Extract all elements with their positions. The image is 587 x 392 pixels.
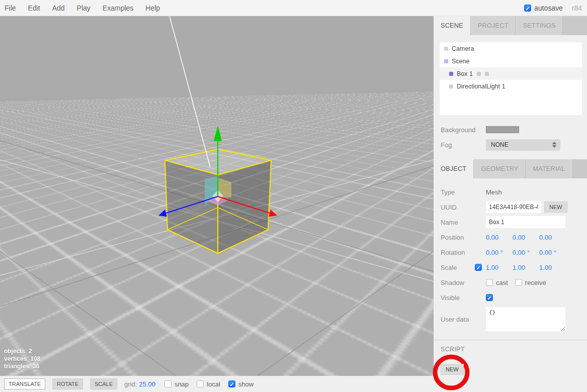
tab-object[interactable]: OBJECT (434, 159, 474, 178)
stat-vertices: vertices 108 (4, 355, 40, 363)
show-label: show (238, 380, 254, 388)
scale-z-field[interactable]: 1.00 (539, 264, 559, 271)
userdata-textarea[interactable]: {} (486, 307, 565, 331)
local-checkbox[interactable] (197, 380, 204, 387)
local-label: local (207, 380, 220, 388)
position-y-field[interactable]: 0.00 (513, 234, 533, 241)
tab-material[interactable]: MATERIAL (526, 159, 572, 178)
type-row: Type Mesh (434, 184, 587, 200)
tab-settings[interactable]: SETTINGS (516, 16, 563, 35)
menu-edit[interactable]: Edit (28, 4, 40, 12)
gizmo-arrow-x[interactable] (269, 210, 277, 217)
menu-help[interactable]: Help (145, 4, 160, 12)
shadow-receive-checkbox[interactable] (515, 279, 522, 286)
fog-row: Fog NONE (434, 137, 587, 152)
outliner-item-camera[interactable]: Camera (440, 42, 582, 55)
grid-size-label: grid: (124, 380, 137, 388)
position-row: Position 0.00 0.00 0.00 (434, 230, 587, 245)
stat-vertices-value: 108 (30, 355, 40, 363)
fog-select-value: NONE (491, 141, 509, 148)
userdata-label: User data (441, 316, 486, 323)
outliner-item-label: Scene (452, 58, 469, 65)
fog-select[interactable]: NONE (486, 139, 560, 151)
shadow-row: Shadow cast receive (434, 275, 587, 290)
position-label: Position (441, 234, 486, 241)
object-tabs: OBJECT GEOMETRY MATERIAL (434, 159, 587, 178)
tab-project[interactable]: PROJECT (471, 16, 516, 35)
stat-triangles-label: triangles (4, 363, 29, 370)
outliner-item-label: DirectionalLight 1 (457, 83, 506, 90)
gizmo-arrow-z[interactable] (158, 210, 167, 217)
stat-objects-value: 2 (29, 348, 32, 355)
tab-geometry[interactable]: GEOMETRY (474, 159, 526, 178)
outliner-item-box1[interactable]: Box 1 (440, 67, 582, 80)
uuid-input[interactable] (486, 201, 541, 213)
show-toggle: show (228, 380, 254, 388)
shadow-receive-label: receive (525, 279, 546, 286)
scale-lock-checkbox[interactable] (475, 264, 482, 271)
rotation-x-field[interactable]: 0.00 ° (486, 249, 506, 256)
shadow-cast-label: cast (496, 279, 508, 286)
scale-label: Scale (441, 264, 475, 271)
rotation-z-field[interactable]: 0.00 ° (539, 249, 559, 256)
menu-add[interactable]: Add (52, 4, 65, 12)
fog-label: Fog (441, 141, 486, 149)
viewport-3d[interactable]: objects 2 vertices 108 triangles 36 (0, 16, 434, 376)
rotation-label: Rotation (441, 249, 486, 256)
background-row: Background (434, 122, 587, 137)
sidebar: SCENE PROJECT SETTINGS Camera Scene Box … (434, 16, 587, 392)
outliner-item-scene[interactable]: Scene (440, 55, 582, 67)
directional-light-helper (170, 16, 210, 167)
gizmo-arrow-y[interactable] (214, 126, 222, 141)
scale-button[interactable]: SCALE (90, 378, 117, 389)
tabbar-filler (563, 16, 587, 35)
visible-row: Visible (434, 290, 587, 305)
scale-x-field[interactable]: 1.00 (486, 264, 506, 271)
position-x-field[interactable]: 0.00 (486, 234, 506, 241)
uuid-label: UUID (441, 204, 486, 211)
outliner-item-label: Camera (452, 45, 474, 52)
translate-button[interactable]: TRANSLATE (4, 378, 45, 389)
position-z-field[interactable]: 0.00 (539, 234, 559, 241)
camera-icon (444, 47, 448, 51)
grid-size-value[interactable]: 25.00 (139, 380, 155, 388)
outliner-item-directionallight1[interactable]: DirectionalLight 1 (440, 80, 582, 92)
rotation-row: Rotation 0.00 ° 0.00 ° 0.00 ° (434, 245, 587, 260)
uuid-new-button[interactable]: NEW (544, 202, 567, 213)
object-properties: Type Mesh UUID NEW Name Position 0.00 0.… (434, 178, 587, 333)
menu-file[interactable]: File (5, 4, 16, 12)
rotate-button[interactable]: ROTATE (52, 378, 83, 389)
sidebar-tabs: SCENE PROJECT SETTINGS (434, 16, 587, 35)
visible-label: Visible (441, 294, 486, 302)
background-label: Background (441, 126, 486, 134)
mesh-icon (449, 72, 453, 76)
shadow-cast-checkbox[interactable] (486, 279, 493, 286)
autosave-label: autosave (534, 4, 563, 12)
type-label: Type (441, 188, 486, 196)
show-checkbox[interactable] (228, 380, 235, 387)
menu-play[interactable]: Play (77, 4, 91, 12)
shadow-label: Shadow (441, 279, 486, 286)
tab-scene[interactable]: SCENE (434, 16, 471, 35)
stat-objects: objects 2 (4, 348, 40, 355)
scene-outliner: Camera Scene Box 1 DirectionalLight 1 (440, 42, 582, 115)
name-input[interactable] (486, 216, 565, 228)
script-section-label: SCRIPT (434, 340, 587, 353)
rotation-y-field[interactable]: 0.00 ° (513, 249, 533, 256)
script-new-button[interactable]: NEW (441, 364, 464, 375)
background-color-swatch[interactable] (486, 126, 519, 133)
local-toggle: local (197, 380, 220, 388)
snap-toggle: snap (164, 380, 189, 388)
snap-checkbox[interactable] (164, 380, 172, 387)
name-label: Name (441, 219, 486, 226)
scene-overlay (0, 16, 434, 376)
geometry-icon (477, 72, 481, 76)
autosave-checkbox[interactable] (524, 5, 531, 12)
select-carets-icon (552, 142, 556, 148)
visible-checkbox[interactable] (486, 294, 493, 301)
scale-row: Scale 1.00 1.00 1.00 (434, 260, 587, 275)
menu-examples[interactable]: Examples (103, 4, 133, 12)
menubar: File Edit Add Play Examples Help autosav… (0, 0, 587, 16)
material-icon (485, 72, 489, 76)
scale-y-field[interactable]: 1.00 (513, 264, 533, 271)
